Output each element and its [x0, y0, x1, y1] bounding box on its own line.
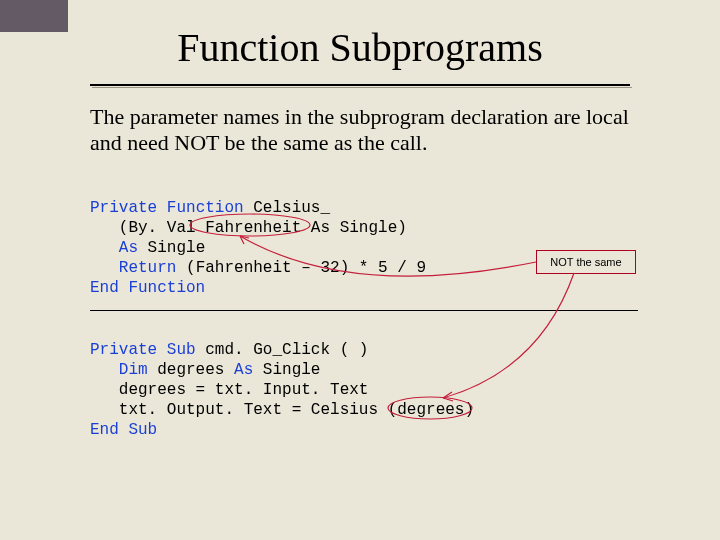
keyword: End Sub	[90, 421, 157, 439]
slide: Function Subprograms The parameter names…	[0, 0, 720, 540]
code-block-function: Private Function Celsius_ (By. Val Fahre…	[90, 198, 426, 298]
title-rule	[90, 84, 630, 86]
keyword: Sub	[157, 341, 195, 359]
keyword: Private	[90, 341, 157, 359]
keyword: As	[234, 361, 253, 379]
separator-line	[90, 310, 638, 311]
slide-title: Function Subprograms	[0, 24, 720, 71]
code-text: (By. Val Fahrenheit As Single)	[90, 219, 407, 237]
keyword: Private	[90, 199, 157, 217]
code-text: Celsius_	[244, 199, 330, 217]
keyword: As	[90, 239, 138, 257]
code-text: cmd. Go_Click ( )	[196, 341, 369, 359]
keyword: Dim	[90, 361, 148, 379]
code-text: Single	[138, 239, 205, 257]
code-text: Single	[253, 361, 320, 379]
keyword: End Function	[90, 279, 205, 297]
code-text: degrees = txt. Input. Text	[90, 381, 368, 399]
title-rule-shadow	[92, 87, 632, 88]
keyword: Return	[90, 259, 176, 277]
code-text: (Fahrenheit – 32) * 5 / 9	[176, 259, 426, 277]
body-paragraph: The parameter names in the subprogram de…	[90, 104, 630, 157]
keyword: Function	[157, 199, 243, 217]
code-text: degrees	[148, 361, 234, 379]
callout-not-the-same: NOT the same	[536, 250, 636, 274]
code-text: txt. Output. Text = Celsius (degrees)	[90, 401, 474, 419]
code-block-sub: Private Sub cmd. Go_Click ( ) Dim degree…	[90, 340, 474, 440]
